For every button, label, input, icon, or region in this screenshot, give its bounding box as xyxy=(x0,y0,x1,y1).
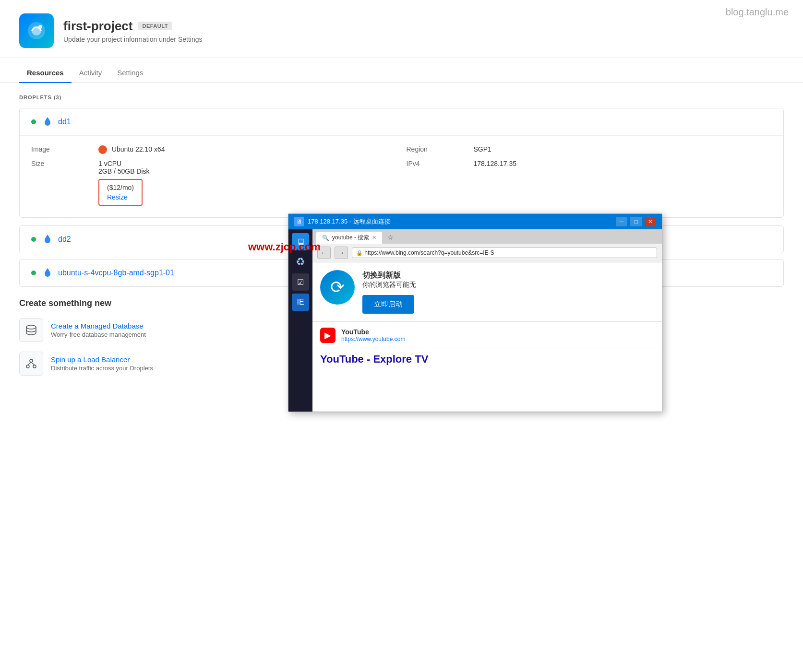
load-balancer-desc: Distribute traffic across your Droplets xyxy=(51,365,153,372)
tab-bar: Resources Activity Settings xyxy=(0,62,803,83)
edge-upgrade-card: ⟳ 切换到新版 你的浏览器可能无 立即启动 xyxy=(312,262,662,321)
region-label: Region xyxy=(407,145,464,154)
droplet-card-dd1: dd1 Image Ubuntu 22.10 x64 Region SGP1 S… xyxy=(19,108,784,218)
managed-db-desc: Worry-free database management xyxy=(51,331,146,338)
edge-heading: 切换到新版 xyxy=(362,270,416,281)
droplet-icon-dd1 xyxy=(42,116,53,128)
droplet-name-dd1[interactable]: dd1 xyxy=(58,118,71,126)
load-balancer-icon-box xyxy=(19,352,43,376)
droplet-name-ubuntu-s[interactable]: ubuntu-s-4vcpu-8gb-amd-sgp1-01 xyxy=(58,269,174,277)
rdp-close-btn[interactable]: ✕ xyxy=(645,217,656,226)
zjcp-watermark: www.zjcp.com xyxy=(248,241,321,253)
yt-info: YouTube https://www.youtube.com xyxy=(341,328,405,342)
project-header: first-project DEFAULT Update your projec… xyxy=(0,0,803,58)
browser-toolbar: ← → 🔒 https://www.bing.com/search?q=yout… xyxy=(312,244,662,262)
status-dot-dd2 xyxy=(31,237,36,242)
edge-logo-icon: ⟳ xyxy=(330,277,345,297)
rdp-titlebar: 🖥 178.128.17.35 - 远程桌面连接 ─ □ ✕ xyxy=(288,214,662,229)
image-label: Image xyxy=(31,145,89,154)
svg-point-3 xyxy=(26,325,36,329)
yt-url[interactable]: https://www.youtube.com xyxy=(341,336,405,342)
status-dot-ubuntu-s xyxy=(31,271,36,275)
tab-favicon: 🔍 xyxy=(322,235,329,241)
desktop-taskbar: 🖥 ♻ ☑ IE xyxy=(288,229,312,412)
url-lock-icon: 🔒 xyxy=(356,250,363,256)
managed-db-title[interactable]: Create a Managed Database xyxy=(51,322,146,330)
database-icon xyxy=(24,323,38,337)
rdp-controls: ─ □ ✕ xyxy=(616,217,656,226)
project-info: first-project DEFAULT Update your projec… xyxy=(63,19,203,43)
browser-page: ⟳ 切换到新版 你的浏览器可能无 立即启动 ▶ xyxy=(312,262,662,412)
edge-launch-btn[interactable]: 立即启动 xyxy=(362,295,414,314)
size-value: 1 vCPU 2GB / 50GB Disk ($12/mo) Resize xyxy=(98,160,397,206)
resize-link[interactable]: Resize xyxy=(107,193,134,201)
yt-icon: ▶ xyxy=(320,328,336,343)
droplet-details-dd1: Image Ubuntu 22.10 x64 Region SGP1 Size … xyxy=(20,135,783,217)
ipv4-value: 178.128.17.35 xyxy=(474,160,772,206)
blog-watermark: blog.tanglu.me xyxy=(726,7,789,18)
taskbar-icon-3[interactable]: ☑ xyxy=(292,273,309,291)
size-label: Size xyxy=(31,160,89,206)
taskbar-icon-4[interactable]: IE xyxy=(292,294,309,311)
tab-settings[interactable]: Settings xyxy=(109,62,151,83)
rdp-content: 🖥 ♻ ☑ IE 🔍 youtube - 搜索 ✕ xyxy=(288,229,662,412)
svg-point-2 xyxy=(38,25,42,29)
resize-box: ($12/mo) Resize xyxy=(98,179,143,206)
yt-result: ▶ YouTube https://www.youtube.com xyxy=(312,321,662,349)
droplet-icon-dd2 xyxy=(42,234,53,245)
rdp-minimize-btn[interactable]: ─ xyxy=(616,217,627,226)
edge-card-text: 切换到新版 你的浏览器可能无 立即启动 xyxy=(362,270,416,314)
edge-logo: ⟳ xyxy=(320,270,355,305)
rdp-maximize-btn[interactable]: □ xyxy=(630,217,642,226)
svg-line-7 xyxy=(28,362,31,365)
taskbar-icon-2[interactable]: ♻ xyxy=(292,253,309,271)
browser-area: 🔍 youtube - 搜索 ✕ ☆ ← → 🔒 xyxy=(312,229,662,412)
rdp-overlay: 🖥 178.128.17.35 - 远程桌面连接 ─ □ ✕ 🖥 ♻ ☑ IE xyxy=(288,213,662,412)
rdp-title-text: 178.128.17.35 - 远程桌面连接 xyxy=(308,217,612,226)
browser-forward-btn[interactable]: → xyxy=(335,247,348,259)
svg-line-8 xyxy=(31,362,35,365)
new-tab-icon: ☆ xyxy=(387,234,394,241)
tab-close-btn[interactable]: ✕ xyxy=(372,235,376,241)
droplet-header-dd1[interactable]: dd1 xyxy=(20,108,783,135)
database-icon-box xyxy=(19,318,43,342)
tab-activity[interactable]: Activity xyxy=(72,62,110,83)
droplets-section-label: DROPLETS (3) xyxy=(19,94,784,100)
status-dot-dd1 xyxy=(31,119,36,124)
tab-resources[interactable]: Resources xyxy=(19,62,72,83)
region-value: SGP1 xyxy=(474,145,772,154)
rdp-window: 🖥 178.128.17.35 - 远程桌面连接 ─ □ ✕ 🖥 ♻ ☑ IE xyxy=(288,213,662,412)
browser-url-bar[interactable]: 🔒 https://www.bing.com/search?q=youtube&… xyxy=(352,248,657,258)
project-name: first-project xyxy=(63,19,132,34)
yt-big-title[interactable]: YouTube - Explore TV xyxy=(312,349,662,369)
ipv4-label: IPv4 xyxy=(407,160,464,206)
project-logo xyxy=(19,13,54,48)
svg-point-6 xyxy=(33,365,36,368)
new-tab-btn[interactable]: ☆ xyxy=(383,231,397,244)
browser-tab-youtube[interactable]: 🔍 youtube - 搜索 ✕ xyxy=(316,232,382,244)
svg-point-4 xyxy=(30,359,33,362)
load-balancer-icon xyxy=(24,357,38,370)
url-text: https://www.bing.com/search?q=youtube&sr… xyxy=(364,249,494,256)
droplet-name-dd2[interactable]: dd2 xyxy=(58,235,71,244)
project-description: Update your project information under Se… xyxy=(63,35,203,43)
yt-title[interactable]: YouTube xyxy=(341,328,405,336)
droplet-icon-ubuntu-s xyxy=(42,267,53,279)
load-balancer-title[interactable]: Spin up a Load Balancer xyxy=(51,355,153,364)
tab-label: youtube - 搜索 xyxy=(332,234,369,242)
edge-subtext: 你的浏览器可能无 xyxy=(362,281,416,289)
default-badge: DEFAULT xyxy=(138,22,171,30)
browser-tab-bar: 🔍 youtube - 搜索 ✕ ☆ xyxy=(312,229,662,244)
svg-point-5 xyxy=(26,365,29,368)
rdp-titlebar-icon: 🖥 xyxy=(294,217,304,226)
image-value: Ubuntu 22.10 x64 xyxy=(98,145,397,154)
